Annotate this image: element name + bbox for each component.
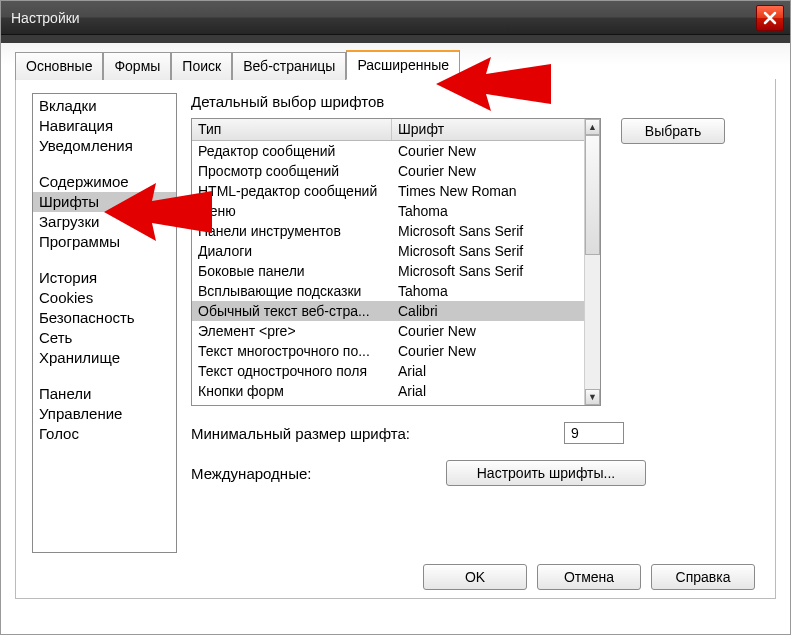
scroll-down-icon[interactable]: ▼ bbox=[585, 389, 600, 405]
cell-font: Courier New bbox=[392, 161, 584, 181]
cell-type: Кнопки форм bbox=[192, 381, 392, 401]
cell-type: Текст однострочного поля bbox=[192, 361, 392, 381]
table-header: Тип Шрифт bbox=[192, 119, 584, 141]
cell-font: Microsoft Sans Serif bbox=[392, 221, 584, 241]
cell-type: Боковые панели bbox=[192, 261, 392, 281]
table-row[interactable]: Текст многострочного по...Courier New bbox=[192, 341, 584, 361]
sidebar-item-programs[interactable]: Программы bbox=[33, 232, 176, 252]
tab-advanced[interactable]: Расширенные bbox=[346, 50, 460, 80]
cell-type: Обычный текст веб-стра... bbox=[192, 301, 392, 321]
table-row[interactable]: Обычный текст веб-стра...Calibri bbox=[192, 301, 584, 321]
sidebar-item-management[interactable]: Управление bbox=[33, 404, 176, 424]
cell-font: Arial bbox=[392, 361, 584, 381]
table-row[interactable]: Кнопки формArial bbox=[192, 381, 584, 401]
sidebar-item-tabs[interactable]: Вкладки bbox=[33, 96, 176, 116]
cell-type: Всплывающие подсказки bbox=[192, 281, 392, 301]
scroll-thumb[interactable] bbox=[585, 135, 600, 255]
table-row[interactable]: Просмотр сообщенийCourier New bbox=[192, 161, 584, 181]
sidebar: Вкладки Навигация Уведомления Содержимое… bbox=[32, 93, 177, 553]
cell-font: Times New Roman bbox=[392, 181, 584, 201]
sidebar-item-cookies[interactable]: Cookies bbox=[33, 288, 176, 308]
cell-font: Calibri bbox=[392, 301, 584, 321]
table-row[interactable]: Элемент <pre>Courier New bbox=[192, 321, 584, 341]
cell-font: Tahoma bbox=[392, 281, 584, 301]
column-font[interactable]: Шрифт bbox=[392, 119, 584, 140]
cell-font: Courier New bbox=[392, 321, 584, 341]
cell-font: Microsoft Sans Serif bbox=[392, 261, 584, 281]
cell-type: Элемент <pre> bbox=[192, 321, 392, 341]
table-row[interactable]: Редактор сообщенийCourier New bbox=[192, 141, 584, 161]
close-icon bbox=[763, 11, 777, 25]
cell-type: Меню bbox=[192, 201, 392, 221]
scroll-up-icon[interactable]: ▲ bbox=[585, 119, 600, 135]
tab-webpages[interactable]: Веб-страницы bbox=[232, 52, 346, 80]
scrollbar[interactable]: ▲ ▼ bbox=[584, 119, 600, 405]
sidebar-item-downloads[interactable]: Загрузки bbox=[33, 212, 176, 232]
content-panel: Вкладки Навигация Уведомления Содержимое… bbox=[15, 79, 776, 599]
sidebar-item-navigation[interactable]: Навигация bbox=[33, 116, 176, 136]
help-button[interactable]: Справка bbox=[651, 564, 755, 590]
cell-type: Текст многострочного по... bbox=[192, 341, 392, 361]
section-title: Детальный выбор шрифтов bbox=[191, 93, 759, 110]
min-font-size-input[interactable] bbox=[564, 422, 624, 444]
cell-type: HTML-редактор сообщений bbox=[192, 181, 392, 201]
sidebar-item-notifications[interactable]: Уведомления bbox=[33, 136, 176, 156]
table-row[interactable]: Боковые панелиMicrosoft Sans Serif bbox=[192, 261, 584, 281]
table-row[interactable]: Всплывающие подсказкиTahoma bbox=[192, 281, 584, 301]
cell-font: Arial bbox=[392, 381, 584, 401]
configure-fonts-button[interactable]: Настроить шрифты... bbox=[446, 460, 646, 486]
sidebar-item-storage[interactable]: Хранилище bbox=[33, 348, 176, 368]
cell-type: Редактор сообщений bbox=[192, 141, 392, 161]
sidebar-item-voice[interactable]: Голос bbox=[33, 424, 176, 444]
table-row[interactable]: ДиалогиMicrosoft Sans Serif bbox=[192, 241, 584, 261]
table-row[interactable]: Текст однострочного поляArial bbox=[192, 361, 584, 381]
close-button[interactable] bbox=[756, 5, 784, 31]
international-label: Международные: bbox=[191, 465, 446, 482]
titlebar: Настройки bbox=[1, 1, 790, 35]
sidebar-item-security[interactable]: Безопасность bbox=[33, 308, 176, 328]
cell-font: Courier New bbox=[392, 341, 584, 361]
sidebar-item-history[interactable]: История bbox=[33, 268, 176, 288]
sidebar-item-fonts[interactable]: Шрифты bbox=[33, 192, 176, 212]
window-title: Настройки bbox=[11, 10, 80, 26]
cell-font: Microsoft Sans Serif bbox=[392, 241, 584, 261]
cell-type: Панели инструментов bbox=[192, 221, 392, 241]
fonts-table: Тип Шрифт Редактор сообщенийCourier NewП… bbox=[191, 118, 601, 406]
cell-font: Courier New bbox=[392, 141, 584, 161]
min-font-size-label: Минимальный размер шрифта: bbox=[191, 425, 446, 442]
cancel-button[interactable]: Отмена bbox=[537, 564, 641, 590]
table-row[interactable]: HTML-редактор сообщенийTimes New Roman bbox=[192, 181, 584, 201]
cell-type: Диалоги bbox=[192, 241, 392, 261]
cell-type: Просмотр сообщений bbox=[192, 161, 392, 181]
tabstrip: Основные Формы Поиск Веб-страницы Расшир… bbox=[15, 49, 776, 79]
ok-button[interactable]: OK bbox=[423, 564, 527, 590]
sidebar-item-network[interactable]: Сеть bbox=[33, 328, 176, 348]
tab-forms[interactable]: Формы bbox=[103, 52, 171, 80]
cell-font: Tahoma bbox=[392, 201, 584, 221]
table-row[interactable]: МенюTahoma bbox=[192, 201, 584, 221]
select-button[interactable]: Выбрать bbox=[621, 118, 725, 144]
table-row[interactable]: Панели инструментовMicrosoft Sans Serif bbox=[192, 221, 584, 241]
sidebar-item-content[interactable]: Содержимое bbox=[33, 172, 176, 192]
column-type[interactable]: Тип bbox=[192, 119, 392, 140]
tab-basic[interactable]: Основные bbox=[15, 52, 103, 80]
tab-search[interactable]: Поиск bbox=[171, 52, 232, 80]
sidebar-item-panels[interactable]: Панели bbox=[33, 384, 176, 404]
